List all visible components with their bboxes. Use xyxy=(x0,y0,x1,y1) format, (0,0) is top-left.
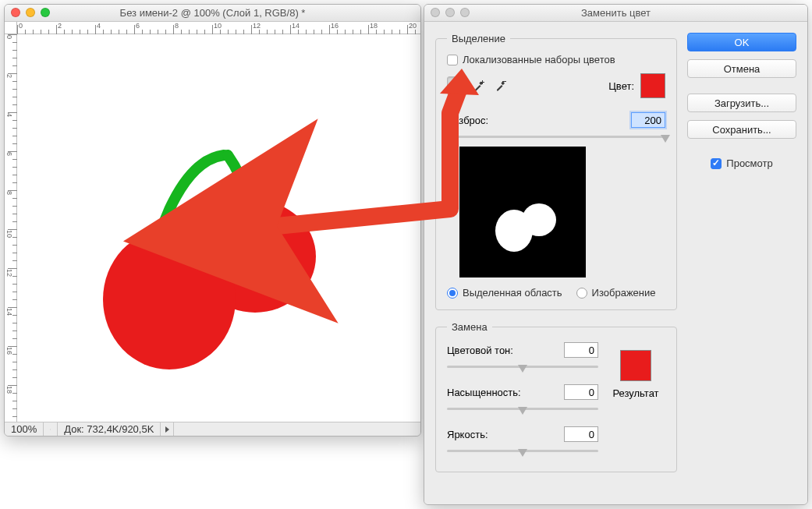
result-swatch[interactable] xyxy=(620,350,651,381)
cherry-image xyxy=(17,34,420,422)
localized-row[interactable]: Локализованные наборы цветов xyxy=(447,54,665,65)
eyedropper-minus-button[interactable] xyxy=(491,76,511,95)
selection-group: Выделение Локализованные наборы цветов xyxy=(435,33,677,310)
minimize-icon[interactable] xyxy=(26,8,35,17)
radio-image-row[interactable]: Изображение xyxy=(576,287,656,299)
result-label: Результат xyxy=(608,387,664,399)
light-input[interactable] xyxy=(564,426,598,442)
light-label: Яркость: xyxy=(447,429,488,440)
replace-legend: Замена xyxy=(447,321,492,333)
result-column: Результат xyxy=(608,350,664,399)
sat-label: Насыщенность: xyxy=(447,387,521,398)
svg-rect-3 xyxy=(457,81,461,85)
doc-titlebar: Без имени-2 @ 100% (Слой 1, RGB/8) * xyxy=(5,5,420,22)
hue-label: Цветовой тон: xyxy=(447,345,513,356)
doc-title: Без имени-2 @ 100% (Слой 1, RGB/8) * xyxy=(120,7,306,19)
status-icon[interactable] xyxy=(44,422,58,436)
dlg-titlebar: Заменить цвет xyxy=(424,5,807,22)
replace-color-dialog: Заменить цвет Выделение Локализованные н… xyxy=(424,4,808,505)
localized-checkbox[interactable] xyxy=(447,55,458,65)
status-menu-arrow[interactable] xyxy=(161,422,174,436)
doc-size: Док: 732,4K/920,5K xyxy=(58,422,161,436)
hue-input[interactable] xyxy=(564,342,598,358)
close-icon[interactable] xyxy=(431,8,440,17)
radio-selection-label: Выделенная область xyxy=(463,287,562,299)
sat-input[interactable] xyxy=(564,384,598,400)
traffic-lights xyxy=(11,8,50,17)
color-label: Цвет: xyxy=(608,80,634,92)
doc-statusbar: 100% Док: 732,4K/920,5K xyxy=(5,422,420,436)
selection-legend: Выделение xyxy=(447,33,510,44)
selection-preview[interactable] xyxy=(459,147,586,277)
preview-label: Просмотр xyxy=(726,157,772,169)
ruler-left: 02468101214161820 xyxy=(5,34,17,422)
replace-group: Замена Цветовой тон: Насыщенность: Яркос… xyxy=(435,321,677,472)
svg-rect-5 xyxy=(501,81,505,85)
svg-point-9 xyxy=(522,203,556,236)
load-button[interactable]: Загрузить... xyxy=(687,94,796,112)
zoom-level[interactable]: 100% xyxy=(5,422,44,436)
radio-image[interactable] xyxy=(576,288,587,299)
hue-slider[interactable] xyxy=(447,359,598,373)
dlg-body: Выделение Локализованные наборы цветов xyxy=(424,22,807,504)
ruler-top: 02468101214161820 xyxy=(17,22,420,34)
fuzziness-label: Разброс: xyxy=(447,115,488,126)
localized-label: Локализованные наборы цветов xyxy=(463,54,615,65)
canvas[interactable] xyxy=(17,34,420,422)
radio-image-label: Изображение xyxy=(592,287,656,299)
ruler-corner xyxy=(5,22,17,34)
dlg-traffic xyxy=(431,8,470,17)
svg-rect-6 xyxy=(502,81,506,82)
light-slider[interactable] xyxy=(447,444,598,458)
color-swatch[interactable] xyxy=(640,73,665,98)
minimize-icon xyxy=(445,8,455,17)
zoom-icon[interactable] xyxy=(41,8,50,17)
eyedropper-plus-button[interactable] xyxy=(469,76,489,95)
cancel-button[interactable]: Отмена xyxy=(687,59,796,78)
close-icon[interactable] xyxy=(11,8,20,17)
save-button[interactable]: Сохранить... xyxy=(687,120,796,139)
doc-body: 02468101214161820 02468101214161820 xyxy=(5,22,420,422)
eyedropper-button[interactable] xyxy=(447,76,467,95)
sat-slider[interactable] xyxy=(447,401,598,415)
preview-checkbox[interactable] xyxy=(711,158,722,169)
ok-button[interactable]: OK xyxy=(687,33,796,51)
eyedropper-toolbar xyxy=(447,76,511,95)
radio-selection[interactable] xyxy=(447,288,458,299)
dialog-buttons: OK Отмена Загрузить... Сохранить... Прос… xyxy=(687,33,796,177)
svg-point-1 xyxy=(103,229,236,369)
preview-row[interactable]: Просмотр xyxy=(687,157,796,169)
fuzziness-slider[interactable] xyxy=(447,129,665,143)
svg-rect-7 xyxy=(459,147,586,277)
zoom-icon xyxy=(460,8,470,17)
document-window: Без имени-2 @ 100% (Слой 1, RGB/8) * 024… xyxy=(4,4,421,437)
dlg-title: Заменить цвет xyxy=(581,7,651,19)
radio-selection-row[interactable]: Выделенная область xyxy=(447,287,562,299)
fuzziness-input[interactable] xyxy=(631,112,665,128)
